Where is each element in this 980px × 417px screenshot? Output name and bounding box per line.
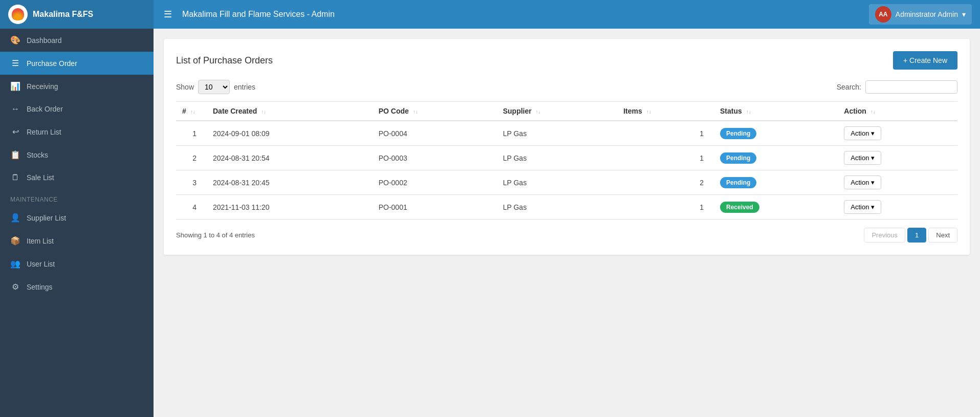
cell-po-code: PO-0004 — [373, 121, 497, 146]
status-badge: Pending — [720, 177, 756, 188]
status-badge: Pending — [720, 128, 756, 139]
col-header-supplier[interactable]: Supplier ↑↓ — [497, 102, 618, 121]
main-layout: 🎨 Dashboard ☰ Purchase Order 📊 Receiving… — [0, 29, 980, 417]
dashboard-icon: 🎨 — [10, 35, 20, 45]
cell-items: 1 — [617, 195, 714, 220]
table-controls: Show 10 25 50 100 entries Search: — [176, 80, 957, 94]
action-button[interactable]: Action ▾ — [844, 200, 881, 214]
action-button[interactable]: Action ▾ — [844, 151, 881, 165]
cell-date: 2021-11-03 11:20 — [207, 195, 373, 220]
create-new-button[interactable]: + Create New — [893, 51, 957, 70]
table-footer: Showing 1 to 4 of 4 entries Previous 1 N… — [176, 228, 957, 243]
purchase-orders-table: # ↑↓ Date Created ↑↓ PO Code ↑↓ Supplier… — [176, 101, 957, 220]
sidebar-item-supplier-list[interactable]: 👤 Supplier List — [0, 206, 154, 229]
showing-text: Showing 1 to 4 of 4 entries — [176, 231, 255, 239]
previous-button[interactable]: Previous — [864, 228, 905, 243]
cell-status: Pending — [714, 146, 838, 170]
cell-num: 3 — [176, 170, 207, 195]
action-button[interactable]: Action ▾ — [844, 126, 881, 140]
show-label: Show — [176, 83, 194, 91]
chevron-down-icon: ▾ — [962, 10, 966, 18]
sidebar-item-settings[interactable]: ⚙ Settings — [0, 275, 154, 298]
cell-num: 2 — [176, 146, 207, 170]
avatar: AA — [875, 6, 891, 23]
user-list-icon: 👥 — [10, 259, 20, 269]
dropdown-arrow-icon: ▾ — [871, 154, 875, 162]
user-name: Adminstrator Admin — [896, 10, 958, 18]
user-menu[interactable]: AA Adminstrator Admin ▾ — [869, 4, 972, 25]
logo-area: Makalima F&FS — [0, 0, 154, 29]
menu-toggle-icon[interactable]: ☰ — [164, 9, 172, 20]
cell-date: 2024-09-01 08:09 — [207, 121, 373, 146]
cell-action: Action ▾ — [838, 146, 957, 170]
back-order-icon: ↔ — [10, 104, 20, 114]
col-header-num[interactable]: # ↑↓ — [176, 102, 207, 121]
sidebar-item-back-order[interactable]: ↔ Back Order — [0, 98, 154, 120]
maintenance-section-label: Maintenance — [0, 189, 154, 206]
cell-action: Action ▾ — [838, 195, 957, 220]
search-label: Search: — [837, 83, 861, 91]
cell-action: Action ▾ — [838, 121, 957, 146]
sale-list-icon: 🗒 — [10, 173, 20, 182]
sidebar-item-item-list[interactable]: 📦 Item List — [0, 229, 154, 252]
sidebar-label-settings: Settings — [27, 283, 53, 291]
sidebar-label-receiving: Receiving — [27, 82, 58, 91]
col-header-status[interactable]: Status ↑↓ — [714, 102, 838, 121]
status-badge: Pending — [720, 152, 756, 164]
cell-po-code: PO-0001 — [373, 195, 497, 220]
col-header-date[interactable]: Date Created ↑↓ — [207, 102, 373, 121]
table-body: 1 2024-09-01 08:09 PO-0004 LP Gas 1 Pend… — [176, 121, 957, 220]
sort-items-icon: ↑↓ — [646, 109, 651, 115]
page-1-button[interactable]: 1 — [907, 228, 926, 243]
purchase-orders-card: List of Purchase Orders + Create New Sho… — [164, 39, 970, 255]
supplier-list-icon: 👤 — [10, 213, 20, 223]
search-input[interactable] — [865, 80, 957, 94]
sidebar-label-purchase-order: Purchase Order — [27, 59, 77, 68]
dropdown-arrow-icon: ▾ — [871, 129, 875, 137]
cell-supplier: LP Gas — [497, 121, 618, 146]
card-header: List of Purchase Orders + Create New — [176, 51, 957, 70]
return-list-icon: ↩ — [10, 127, 20, 137]
table-row: 4 2021-11-03 11:20 PO-0001 LP Gas 1 Rece… — [176, 195, 957, 220]
table-row: 3 2024-08-31 20:45 PO-0002 LP Gas 2 Pend… — [176, 170, 957, 195]
top-header: Makalima F&FS ☰ Makalima Fill and Flame … — [0, 0, 980, 29]
logo-title: Makalima F&FS — [33, 10, 93, 19]
purchase-order-icon: ☰ — [10, 58, 20, 68]
sidebar-label-sale-list: Sale List — [27, 173, 54, 182]
sidebar-item-sale-list[interactable]: 🗒 Sale List — [0, 166, 154, 189]
sidebar-item-receiving[interactable]: 📊 Receiving — [0, 75, 154, 98]
cell-num: 1 — [176, 121, 207, 146]
receiving-icon: 📊 — [10, 81, 20, 91]
table-row: 1 2024-09-01 08:09 PO-0004 LP Gas 1 Pend… — [176, 121, 957, 146]
col-header-action: Action ↑↓ — [838, 102, 957, 121]
sidebar-label-dashboard: Dashboard — [27, 36, 62, 45]
cell-date: 2024-08-31 20:45 — [207, 170, 373, 195]
table-header: # ↑↓ Date Created ↑↓ PO Code ↑↓ Supplier… — [176, 102, 957, 121]
col-header-items[interactable]: Items ↑↓ — [617, 102, 714, 121]
sidebar-item-return-list[interactable]: ↩ Return List — [0, 120, 154, 143]
sidebar-label-supplier-list: Supplier List — [27, 214, 66, 222]
sidebar-label-item-list: Item List — [27, 237, 54, 245]
sidebar-item-dashboard[interactable]: 🎨 Dashboard — [0, 29, 154, 52]
sidebar-label-back-order: Back Order — [27, 105, 63, 113]
entries-select[interactable]: 10 25 50 100 — [198, 80, 230, 94]
sidebar-item-purchase-order[interactable]: ☰ Purchase Order — [0, 52, 154, 75]
cell-date: 2024-08-31 20:54 — [207, 146, 373, 170]
cell-items: 1 — [617, 146, 714, 170]
next-button[interactable]: Next — [928, 228, 957, 243]
page-title: List of Purchase Orders — [176, 55, 273, 66]
table-row: 2 2024-08-31 20:54 PO-0003 LP Gas 1 Pend… — [176, 146, 957, 170]
sidebar-label-stocks: Stocks — [27, 151, 48, 159]
status-badge: Received — [720, 202, 759, 213]
cell-supplier: LP Gas — [497, 170, 618, 195]
sort-supplier-icon: ↑↓ — [536, 109, 541, 115]
sidebar-label-return-list: Return List — [27, 128, 61, 136]
sidebar-item-user-list[interactable]: 👥 User List — [0, 252, 154, 275]
col-header-po-code[interactable]: PO Code ↑↓ — [373, 102, 497, 121]
sidebar: 🎨 Dashboard ☰ Purchase Order 📊 Receiving… — [0, 29, 154, 417]
show-entries-control: Show 10 25 50 100 entries — [176, 80, 255, 94]
stocks-icon: 📋 — [10, 150, 20, 160]
sidebar-item-stocks[interactable]: 📋 Stocks — [0, 143, 154, 166]
content-area: List of Purchase Orders + Create New Sho… — [154, 29, 980, 417]
action-button[interactable]: Action ▾ — [844, 175, 881, 189]
